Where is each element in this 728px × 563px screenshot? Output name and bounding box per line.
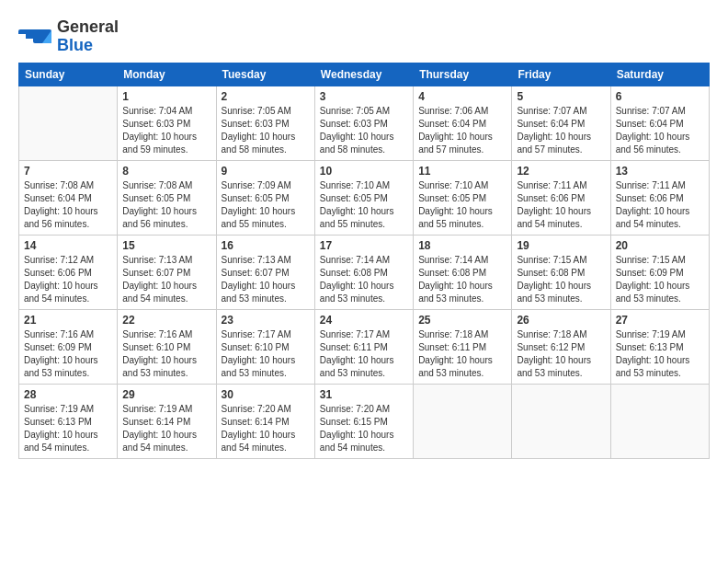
day-number: 5 bbox=[517, 90, 605, 103]
calendar-cell: 25Sunrise: 7:18 AMSunset: 6:11 PMDayligh… bbox=[414, 309, 512, 384]
day-number: 14 bbox=[24, 239, 112, 252]
calendar-cell: 26Sunrise: 7:18 AMSunset: 6:12 PMDayligh… bbox=[512, 309, 610, 384]
calendar-cell: 23Sunrise: 7:17 AMSunset: 6:10 PMDayligh… bbox=[216, 309, 314, 384]
calendar-cell: 29Sunrise: 7:19 AMSunset: 6:14 PMDayligh… bbox=[118, 384, 216, 458]
calendar-cell: 3Sunrise: 7:05 AMSunset: 6:03 PMDaylight… bbox=[314, 86, 413, 160]
day-info: Sunrise: 7:18 AMSunset: 6:11 PMDaylight:… bbox=[418, 328, 506, 380]
calendar-cell: 16Sunrise: 7:13 AMSunset: 6:07 PMDayligh… bbox=[216, 235, 314, 309]
calendar-cell: 5Sunrise: 7:07 AMSunset: 6:04 PMDaylight… bbox=[512, 86, 610, 160]
day-number: 22 bbox=[122, 314, 210, 327]
day-number: 3 bbox=[320, 90, 408, 103]
calendar-cell: 9Sunrise: 7:09 AMSunset: 6:05 PMDaylight… bbox=[216, 160, 314, 235]
day-info: Sunrise: 7:06 AMSunset: 6:04 PMDaylight:… bbox=[418, 105, 506, 156]
day-info: Sunrise: 7:19 AMSunset: 6:13 PMDaylight:… bbox=[24, 403, 112, 454]
day-info: Sunrise: 7:10 AMSunset: 6:05 PMDaylight:… bbox=[418, 179, 506, 231]
day-info: Sunrise: 7:07 AMSunset: 6:04 PMDaylight:… bbox=[517, 105, 605, 156]
column-header-wednesday: Wednesday bbox=[314, 63, 413, 86]
calendar-header-row: SundayMondayTuesdayWednesdayThursdayFrid… bbox=[19, 63, 710, 86]
day-number: 9 bbox=[222, 165, 310, 178]
calendar-week-2: 7Sunrise: 7:08 AMSunset: 6:04 PMDaylight… bbox=[19, 160, 710, 235]
calendar-week-4: 21Sunrise: 7:16 AMSunset: 6:09 PMDayligh… bbox=[19, 309, 710, 384]
day-number: 20 bbox=[616, 239, 704, 252]
calendar-cell: 11Sunrise: 7:10 AMSunset: 6:05 PMDayligh… bbox=[414, 160, 512, 235]
day-number: 10 bbox=[320, 165, 408, 178]
day-number: 12 bbox=[517, 165, 605, 178]
day-info: Sunrise: 7:13 AMSunset: 6:07 PMDaylight:… bbox=[122, 254, 210, 305]
calendar-cell: 4Sunrise: 7:06 AMSunset: 6:04 PMDaylight… bbox=[414, 86, 512, 160]
day-info: Sunrise: 7:19 AMSunset: 6:13 PMDaylight:… bbox=[616, 328, 704, 380]
day-number: 26 bbox=[517, 314, 605, 327]
calendar-week-5: 28Sunrise: 7:19 AMSunset: 6:13 PMDayligh… bbox=[19, 384, 710, 458]
calendar-cell: 30Sunrise: 7:20 AMSunset: 6:14 PMDayligh… bbox=[216, 384, 314, 458]
page-header: General Blue bbox=[18, 18, 710, 55]
day-number: 31 bbox=[320, 388, 408, 401]
calendar-cell: 10Sunrise: 7:10 AMSunset: 6:05 PMDayligh… bbox=[314, 160, 413, 235]
day-info: Sunrise: 7:19 AMSunset: 6:14 PMDaylight:… bbox=[122, 403, 210, 454]
calendar-cell: 1Sunrise: 7:04 AMSunset: 6:03 PMDaylight… bbox=[118, 86, 216, 160]
day-number: 15 bbox=[122, 239, 210, 252]
calendar-cell bbox=[414, 384, 512, 458]
calendar-week-3: 14Sunrise: 7:12 AMSunset: 6:06 PMDayligh… bbox=[19, 235, 710, 309]
calendar-cell: 28Sunrise: 7:19 AMSunset: 6:13 PMDayligh… bbox=[19, 384, 118, 458]
calendar-cell: 6Sunrise: 7:07 AMSunset: 6:04 PMDaylight… bbox=[610, 86, 709, 160]
day-number: 1 bbox=[122, 90, 210, 103]
calendar-cell: 12Sunrise: 7:11 AMSunset: 6:06 PMDayligh… bbox=[512, 160, 610, 235]
day-info: Sunrise: 7:13 AMSunset: 6:07 PMDaylight:… bbox=[222, 254, 310, 305]
calendar-cell bbox=[512, 384, 610, 458]
day-number: 25 bbox=[418, 314, 506, 327]
calendar-cell: 8Sunrise: 7:08 AMSunset: 6:05 PMDaylight… bbox=[118, 160, 216, 235]
calendar-cell: 19Sunrise: 7:15 AMSunset: 6:08 PMDayligh… bbox=[512, 235, 610, 309]
day-info: Sunrise: 7:20 AMSunset: 6:15 PMDaylight:… bbox=[320, 403, 408, 454]
calendar-cell: 18Sunrise: 7:14 AMSunset: 6:08 PMDayligh… bbox=[414, 235, 512, 309]
logo-text-group: General Blue bbox=[57, 18, 119, 55]
day-info: Sunrise: 7:05 AMSunset: 6:03 PMDaylight:… bbox=[222, 105, 310, 156]
day-number: 16 bbox=[222, 239, 310, 252]
day-info: Sunrise: 7:10 AMSunset: 6:05 PMDaylight:… bbox=[320, 179, 408, 231]
day-number: 17 bbox=[320, 239, 408, 252]
day-info: Sunrise: 7:09 AMSunset: 6:05 PMDaylight:… bbox=[222, 179, 310, 231]
day-number: 21 bbox=[24, 314, 112, 327]
day-info: Sunrise: 7:11 AMSunset: 6:06 PMDaylight:… bbox=[517, 179, 605, 231]
calendar-table: SundayMondayTuesdayWednesdayThursdayFrid… bbox=[18, 63, 710, 459]
calendar-week-1: 1Sunrise: 7:04 AMSunset: 6:03 PMDaylight… bbox=[19, 86, 710, 160]
day-info: Sunrise: 7:15 AMSunset: 6:09 PMDaylight:… bbox=[616, 254, 704, 305]
day-number: 28 bbox=[24, 388, 112, 401]
calendar-cell: 22Sunrise: 7:16 AMSunset: 6:10 PMDayligh… bbox=[118, 309, 216, 384]
calendar-cell: 20Sunrise: 7:15 AMSunset: 6:09 PMDayligh… bbox=[610, 235, 709, 309]
day-info: Sunrise: 7:16 AMSunset: 6:09 PMDaylight:… bbox=[24, 328, 112, 380]
logo-icon bbox=[18, 29, 51, 43]
day-number: 27 bbox=[616, 314, 704, 327]
calendar-cell: 15Sunrise: 7:13 AMSunset: 6:07 PMDayligh… bbox=[118, 235, 216, 309]
day-info: Sunrise: 7:17 AMSunset: 6:11 PMDaylight:… bbox=[320, 328, 408, 380]
calendar-cell: 13Sunrise: 7:11 AMSunset: 6:06 PMDayligh… bbox=[610, 160, 709, 235]
logo-blue-text: Blue bbox=[57, 37, 93, 55]
day-info: Sunrise: 7:18 AMSunset: 6:12 PMDaylight:… bbox=[517, 328, 605, 380]
day-number: 13 bbox=[616, 165, 704, 178]
day-info: Sunrise: 7:16 AMSunset: 6:10 PMDaylight:… bbox=[122, 328, 210, 380]
calendar-cell bbox=[610, 384, 709, 458]
day-info: Sunrise: 7:08 AMSunset: 6:04 PMDaylight:… bbox=[24, 179, 112, 231]
day-number: 29 bbox=[122, 388, 210, 401]
day-info: Sunrise: 7:14 AMSunset: 6:08 PMDaylight:… bbox=[418, 254, 506, 305]
column-header-monday: Monday bbox=[118, 63, 216, 86]
day-number: 30 bbox=[222, 388, 310, 401]
column-header-thursday: Thursday bbox=[414, 63, 512, 86]
day-info: Sunrise: 7:07 AMSunset: 6:04 PMDaylight:… bbox=[616, 105, 704, 156]
day-info: Sunrise: 7:15 AMSunset: 6:08 PMDaylight:… bbox=[517, 254, 605, 305]
column-header-tuesday: Tuesday bbox=[216, 63, 314, 86]
logo-general-text: General bbox=[57, 18, 119, 37]
day-info: Sunrise: 7:17 AMSunset: 6:10 PMDaylight:… bbox=[222, 328, 310, 380]
day-number: 2 bbox=[222, 90, 310, 103]
column-header-friday: Friday bbox=[512, 63, 610, 86]
day-number: 18 bbox=[418, 239, 506, 252]
day-info: Sunrise: 7:12 AMSunset: 6:06 PMDaylight:… bbox=[24, 254, 112, 305]
column-header-saturday: Saturday bbox=[610, 63, 709, 86]
day-number: 19 bbox=[517, 239, 605, 252]
calendar-cell: 31Sunrise: 7:20 AMSunset: 6:15 PMDayligh… bbox=[314, 384, 413, 458]
column-header-sunday: Sunday bbox=[19, 63, 118, 86]
day-number: 24 bbox=[320, 314, 408, 327]
day-info: Sunrise: 7:04 AMSunset: 6:03 PMDaylight:… bbox=[122, 105, 210, 156]
day-number: 8 bbox=[122, 165, 210, 178]
day-info: Sunrise: 7:05 AMSunset: 6:03 PMDaylight:… bbox=[320, 105, 408, 156]
calendar-cell: 14Sunrise: 7:12 AMSunset: 6:06 PMDayligh… bbox=[19, 235, 118, 309]
